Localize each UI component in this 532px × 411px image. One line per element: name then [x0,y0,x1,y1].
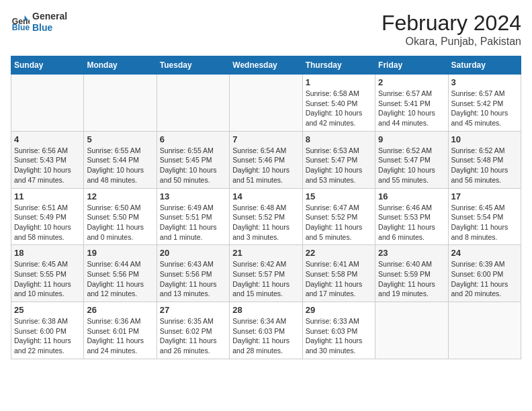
calendar-cell: 29Sunrise: 6:33 AMSunset: 6:03 PMDayligh… [302,302,375,359]
calendar-cell: 18Sunrise: 6:45 AMSunset: 5:55 PMDayligh… [11,245,84,302]
day-number: 21 [232,248,299,258]
calendar-cell: 27Sunrise: 6:35 AMSunset: 6:02 PMDayligh… [157,302,229,359]
day-number: 17 [451,191,518,201]
day-info: Sunrise: 6:46 AMSunset: 5:53 PMDaylight:… [378,203,445,242]
calendar-cell: 24Sunrise: 6:39 AMSunset: 6:00 PMDayligh… [448,245,521,302]
day-number: 16 [378,191,445,201]
calendar-week-row: 4Sunrise: 6:56 AMSunset: 5:43 PMDaylight… [11,131,521,188]
day-info: Sunrise: 6:57 AMSunset: 5:42 PMDaylight:… [451,89,518,128]
calendar-cell: 15Sunrise: 6:47 AMSunset: 5:52 PMDayligh… [302,188,375,245]
page-subtitle: Okara, Punjab, Pakistan [382,36,521,48]
calendar-cell: 11Sunrise: 6:51 AMSunset: 5:49 PMDayligh… [11,188,84,245]
day-number: 4 [14,134,81,144]
day-info: Sunrise: 6:55 AMSunset: 5:44 PMDaylight:… [87,146,153,185]
day-info: Sunrise: 6:45 AMSunset: 5:54 PMDaylight:… [451,203,518,242]
day-number: 22 [306,248,372,258]
day-number: 23 [378,248,445,258]
calendar-cell: 13Sunrise: 6:49 AMSunset: 5:51 PMDayligh… [157,188,229,245]
day-info: Sunrise: 6:48 AMSunset: 5:52 PMDaylight:… [232,203,299,242]
svg-text:Blue: Blue [12,23,30,32]
day-info: Sunrise: 6:33 AMSunset: 6:03 PMDaylight:… [306,316,372,356]
logo-blue-text: Blue [32,22,67,34]
calendar-cell: 9Sunrise: 6:52 AMSunset: 5:47 PMDaylight… [375,131,448,188]
day-info: Sunrise: 6:52 AMSunset: 5:47 PMDaylight:… [378,146,445,185]
day-number: 14 [232,191,299,201]
day-number: 5 [87,134,153,144]
day-info: Sunrise: 6:47 AMSunset: 5:52 PMDaylight:… [306,203,372,242]
calendar-cell: 14Sunrise: 6:48 AMSunset: 5:52 PMDayligh… [230,188,302,245]
day-info: Sunrise: 6:39 AMSunset: 6:00 PMDaylight:… [451,259,518,299]
day-info: Sunrise: 6:57 AMSunset: 5:41 PMDaylight:… [378,89,445,128]
calendar-cell: 5Sunrise: 6:55 AMSunset: 5:44 PMDaylight… [84,131,157,188]
calendar-cell [11,75,84,132]
day-info: Sunrise: 6:49 AMSunset: 5:51 PMDaylight:… [160,203,226,242]
day-number: 6 [160,134,226,144]
day-info: Sunrise: 6:52 AMSunset: 5:48 PMDaylight:… [451,146,518,185]
day-number: 15 [306,191,372,201]
header-row: SundayMondayTuesdayWednesdayThursdayFrid… [11,56,521,75]
day-number: 19 [87,248,153,258]
day-info: Sunrise: 6:36 AMSunset: 6:01 PMDaylight:… [87,316,153,356]
day-info: Sunrise: 6:54 AMSunset: 5:46 PMDaylight:… [232,146,299,185]
title-block: February 2024 Okara, Punjab, Pakistan [382,11,521,48]
calendar-cell: 26Sunrise: 6:36 AMSunset: 6:01 PMDayligh… [84,302,157,359]
logo-general-text: General [32,11,67,22]
weekday-header: Thursday [302,56,375,75]
day-number: 8 [306,134,372,144]
day-number: 2 [378,77,445,87]
day-info: Sunrise: 6:40 AMSunset: 5:59 PMDaylight:… [378,259,445,299]
day-number: 7 [232,134,299,144]
day-info: Sunrise: 6:56 AMSunset: 5:43 PMDaylight:… [14,146,81,185]
day-number: 20 [160,248,226,258]
day-info: Sunrise: 6:35 AMSunset: 6:02 PMDaylight:… [160,316,226,356]
day-info: Sunrise: 6:44 AMSunset: 5:56 PMDaylight:… [87,259,153,299]
logo: Gene Blue General Blue [11,11,67,34]
weekday-header: Saturday [448,56,521,75]
weekday-header: Tuesday [157,56,229,75]
day-info: Sunrise: 6:53 AMSunset: 5:47 PMDaylight:… [306,146,372,185]
day-number: 11 [14,191,81,201]
page-header: Gene Blue General Blue February 2024 Oka… [11,11,521,48]
calendar-cell: 12Sunrise: 6:50 AMSunset: 5:50 PMDayligh… [84,188,157,245]
day-number: 24 [451,248,518,258]
calendar-week-row: 11Sunrise: 6:51 AMSunset: 5:49 PMDayligh… [11,188,521,245]
day-number: 13 [160,191,226,201]
day-info: Sunrise: 6:58 AMSunset: 5:40 PMDaylight:… [306,89,372,128]
day-info: Sunrise: 6:42 AMSunset: 5:57 PMDaylight:… [232,259,299,299]
day-number: 28 [232,305,299,315]
day-number: 9 [378,134,445,144]
calendar-cell: 1Sunrise: 6:58 AMSunset: 5:40 PMDaylight… [302,75,375,132]
calendar-cell: 17Sunrise: 6:45 AMSunset: 5:54 PMDayligh… [448,188,521,245]
day-number: 29 [306,305,372,315]
calendar-cell: 20Sunrise: 6:43 AMSunset: 5:56 PMDayligh… [157,245,229,302]
calendar-cell [230,75,302,132]
calendar-cell: 22Sunrise: 6:41 AMSunset: 5:58 PMDayligh… [302,245,375,302]
day-info: Sunrise: 6:50 AMSunset: 5:50 PMDaylight:… [87,203,153,242]
calendar-cell: 2Sunrise: 6:57 AMSunset: 5:41 PMDaylight… [375,75,448,132]
page-title: February 2024 [382,11,521,36]
day-number: 27 [160,305,226,315]
day-info: Sunrise: 6:41 AMSunset: 5:58 PMDaylight:… [306,259,372,299]
calendar-cell: 19Sunrise: 6:44 AMSunset: 5:56 PMDayligh… [84,245,157,302]
calendar-table: SundayMondayTuesdayWednesdayThursdayFrid… [11,56,521,359]
day-info: Sunrise: 6:34 AMSunset: 6:03 PMDaylight:… [232,316,299,356]
day-info: Sunrise: 6:55 AMSunset: 5:45 PMDaylight:… [160,146,226,185]
calendar-cell [84,75,157,132]
day-info: Sunrise: 6:43 AMSunset: 5:56 PMDaylight:… [160,259,226,299]
day-info: Sunrise: 6:38 AMSunset: 6:00 PMDaylight:… [14,316,81,356]
calendar-cell [157,75,229,132]
day-number: 10 [451,134,518,144]
calendar-cell: 3Sunrise: 6:57 AMSunset: 5:42 PMDaylight… [448,75,521,132]
day-number: 3 [451,77,518,87]
calendar-cell: 4Sunrise: 6:56 AMSunset: 5:43 PMDaylight… [11,131,84,188]
weekday-header: Wednesday [230,56,302,75]
day-number: 1 [306,77,372,87]
calendar-cell: 23Sunrise: 6:40 AMSunset: 5:59 PMDayligh… [375,245,448,302]
calendar-cell: 10Sunrise: 6:52 AMSunset: 5:48 PMDayligh… [448,131,521,188]
day-info: Sunrise: 6:45 AMSunset: 5:55 PMDaylight:… [14,259,81,299]
day-info: Sunrise: 6:51 AMSunset: 5:49 PMDaylight:… [14,203,81,242]
weekday-header: Sunday [11,56,84,75]
calendar-week-row: 1Sunrise: 6:58 AMSunset: 5:40 PMDaylight… [11,75,521,132]
day-number: 12 [87,191,153,201]
calendar-week-row: 18Sunrise: 6:45 AMSunset: 5:55 PMDayligh… [11,245,521,302]
